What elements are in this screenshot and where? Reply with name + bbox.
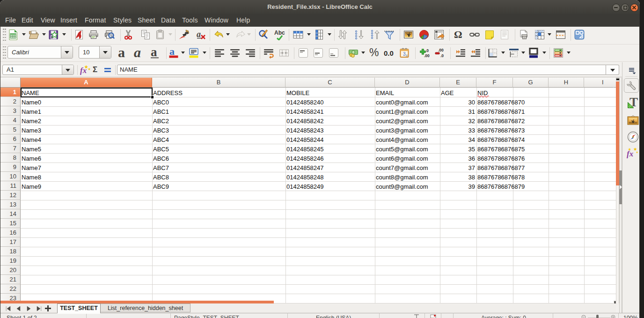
svg-text:a: a bbox=[197, 30, 201, 39]
svg-text:a: a bbox=[118, 47, 125, 59]
svg-text:0.0: 0.0 bbox=[384, 49, 394, 57]
svg-text:.0: .0 bbox=[440, 53, 444, 58]
svg-text:%: % bbox=[369, 47, 379, 59]
svg-text:3: 3 bbox=[403, 52, 406, 57]
svg-text:a: a bbox=[134, 47, 141, 59]
svg-text:.0: .0 bbox=[425, 48, 429, 53]
svg-text:Ω: Ω bbox=[454, 29, 462, 40]
svg-text:.00: .00 bbox=[424, 53, 430, 58]
svg-text:Abc: Abc bbox=[274, 30, 285, 36]
svg-text:fx: fx bbox=[627, 149, 634, 158]
svg-text:.00: .00 bbox=[438, 48, 444, 52]
svg-text:a: a bbox=[151, 47, 157, 59]
